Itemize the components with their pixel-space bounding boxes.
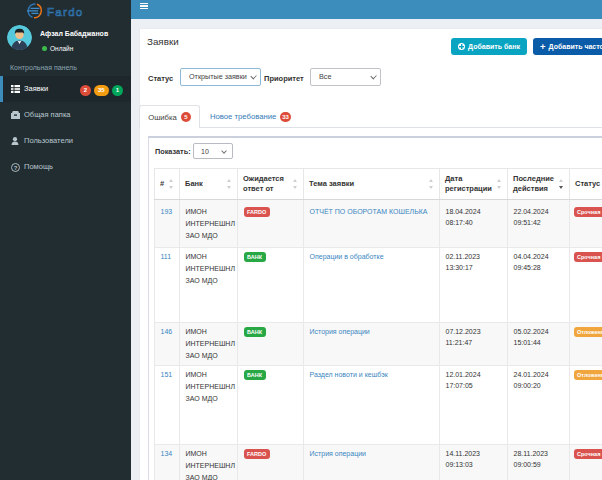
svg-text:Fardo: Fardo bbox=[47, 6, 84, 18]
svg-text:?: ? bbox=[14, 165, 18, 171]
